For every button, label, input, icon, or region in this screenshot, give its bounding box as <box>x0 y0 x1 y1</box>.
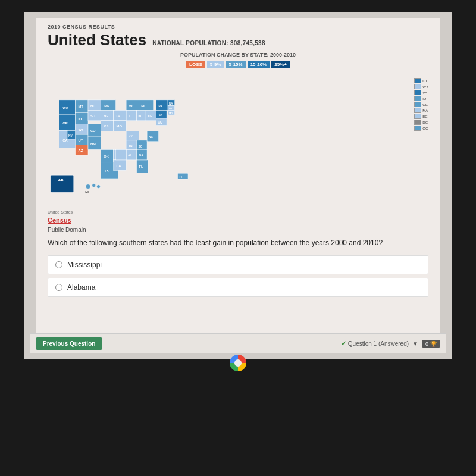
svg-text:HI: HI <box>85 190 89 194</box>
answer-option-alabama[interactable]: Alabama <box>48 278 428 297</box>
svg-text:IL: IL <box>129 115 131 118</box>
legend-5-9: 5-9% <box>207 61 224 68</box>
svg-text:WY: WY <box>78 128 83 131</box>
check-icon: ✓ <box>341 340 346 347</box>
dropdown-arrow-icon[interactable]: ▼ <box>412 340 418 347</box>
us-map-area: WA OR CA MT ID WY <box>48 72 411 205</box>
svg-text:ND: ND <box>90 104 95 108</box>
svg-text:WA: WA <box>62 106 68 109</box>
svg-rect-32 <box>114 110 126 120</box>
state-legend-dc: DC <box>414 120 428 125</box>
public-domain-text: Public Domain <box>48 227 428 233</box>
svg-text:ID: ID <box>78 117 82 121</box>
census-logo-area: United States Census <box>48 210 428 225</box>
radio-alabama[interactable] <box>55 284 62 291</box>
prev-question-button[interactable]: Previous Question <box>36 337 102 350</box>
svg-point-85 <box>97 185 101 189</box>
svg-text:KS: KS <box>104 124 108 128</box>
census-logo[interactable]: Census <box>48 217 71 224</box>
svg-text:LA: LA <box>117 164 122 168</box>
radio-mississippi[interactable] <box>55 261 62 268</box>
svg-text:AL: AL <box>128 154 131 157</box>
score-icon: 🏆 <box>430 341 437 347</box>
svg-text:WV: WV <box>158 121 164 124</box>
question-status: ✓ Question 1 (Answered) ▼ 0 🏆 <box>341 340 440 348</box>
svg-text:NJ: NJ <box>169 107 172 110</box>
svg-text:VA: VA <box>159 114 163 117</box>
census-results-label: 2010 CENSUS RESULTS <box>48 24 428 30</box>
legend-5-15: 5-15% <box>226 61 246 68</box>
option-mississippi-label: Mississippi <box>67 261 102 269</box>
state-legend-ge: GE <box>414 102 428 107</box>
svg-text:PA: PA <box>159 105 163 108</box>
legend-loss: LOSS <box>186 61 205 68</box>
state-legend-right: CT WY VA ID GE <box>414 78 428 205</box>
census-logo-small: United States <box>48 210 428 214</box>
svg-text:MI: MI <box>141 104 145 108</box>
us-map-svg: WA OR CA MT ID WY <box>48 72 250 203</box>
svg-text:PR: PR <box>179 176 183 178</box>
svg-text:AZ: AZ <box>78 149 83 152</box>
svg-text:UT: UT <box>78 139 83 142</box>
svg-text:SD: SD <box>90 114 95 118</box>
pop-change-label: POPULATION CHANGE BY STATE: 2000-2010 <box>48 52 428 58</box>
svg-text:MD: MD <box>169 112 173 115</box>
state-legend-ma: MA <box>414 108 428 113</box>
svg-text:NV: NV <box>68 134 73 137</box>
svg-text:NM: NM <box>90 142 96 146</box>
title-row: United States NATIONAL POPULATION: 308,7… <box>48 31 428 49</box>
state-legend-bc: BC <box>414 114 428 119</box>
question-text: Which of the following southern states h… <box>48 238 428 248</box>
score-badge: 0 🏆 <box>422 340 440 348</box>
option-alabama-label: Alabama <box>67 283 95 292</box>
svg-text:NE: NE <box>104 114 108 118</box>
legend-15-20: 15-20% <box>248 61 270 68</box>
svg-text:MT: MT <box>78 105 83 108</box>
svg-rect-60 <box>116 149 126 159</box>
screen-content: 2010 CENSUS RESULTS United States NATION… <box>36 18 440 333</box>
svg-text:OR: OR <box>62 121 68 125</box>
answered-badge: ✓ Question 1 (Answered) <box>341 340 409 347</box>
state-legend-wy: WY <box>414 84 428 89</box>
svg-text:CO: CO <box>90 129 96 133</box>
svg-text:MO: MO <box>117 124 123 128</box>
page-title: United States <box>48 31 146 49</box>
svg-text:OK: OK <box>104 155 109 158</box>
svg-text:KY: KY <box>129 135 133 138</box>
state-legend-ct: CT <box>414 78 428 83</box>
svg-text:OH: OH <box>148 115 153 118</box>
svg-text:NC: NC <box>149 136 153 139</box>
svg-point-84 <box>92 184 96 187</box>
dark-background <box>0 371 476 476</box>
svg-text:AK: AK <box>58 178 64 182</box>
svg-point-83 <box>86 184 90 189</box>
status-text: Question 1 (Answered) <box>348 340 409 347</box>
national-population: NATIONAL POPULATION: 308,745,538 <box>152 40 265 46</box>
state-legend-va: VA <box>414 90 428 95</box>
state-legend-id: ID <box>414 96 428 101</box>
svg-text:NY: NY <box>169 102 173 105</box>
svg-text:WI: WI <box>129 104 133 108</box>
monitor-bezel: 2010 CENSUS RESULTS United States NATION… <box>24 12 452 359</box>
svg-text:TX: TX <box>104 169 109 173</box>
map-container: WA OR CA MT ID WY <box>48 72 428 205</box>
svg-rect-46 <box>126 110 136 120</box>
svg-text:SC: SC <box>139 145 143 148</box>
score-value: 0 <box>425 341 428 347</box>
svg-text:TN: TN <box>129 145 133 148</box>
svg-text:MN: MN <box>104 104 109 108</box>
svg-rect-8 <box>76 112 88 124</box>
map-legend: LOSS 5-9% 5-15% 15-20% 25%+ <box>48 61 428 68</box>
svg-text:IN: IN <box>139 115 142 118</box>
answer-option-mississippi[interactable]: Mississippi <box>48 255 428 274</box>
svg-text:GA: GA <box>139 154 143 157</box>
chrome-icon <box>230 355 246 371</box>
bottom-bar: Previous Question ✓ Question 1 (Answered… <box>30 333 446 353</box>
state-legend-gc: GC <box>414 126 428 131</box>
svg-text:FL: FL <box>139 165 143 168</box>
legend-25plus: 25%+ <box>271 61 290 68</box>
svg-text:IA: IA <box>117 114 121 118</box>
